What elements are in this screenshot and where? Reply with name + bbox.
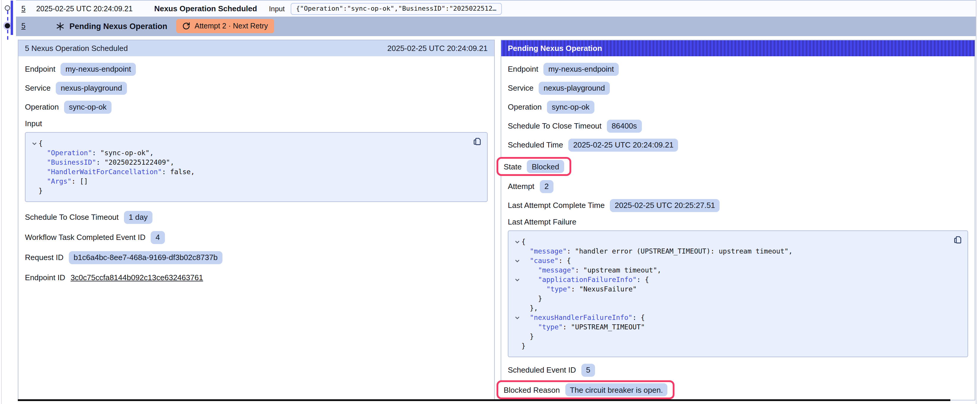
field-attempt: Attempt 2 — [508, 179, 968, 193]
bottom-divider-line — [18, 399, 950, 401]
field-label: Request ID — [25, 253, 64, 262]
state-value-badge: Blocked — [527, 160, 564, 173]
failure-json-viewer: { "message": "handler error (UPSTREAM_TI… — [508, 230, 968, 357]
last-attempt-failure-label: Last Attempt Failure — [508, 217, 968, 226]
code-line: "message": "upstream timeout", — [513, 265, 959, 275]
selected-event-indicator-bar — [10, 1, 13, 35]
pending-panel-title: Pending Nexus Operation — [508, 44, 602, 53]
retry-status-badge: Attempt 2 · Next Retry — [176, 19, 274, 33]
code-line: "message": "handler error (UPSTREAM_TIME… — [513, 246, 959, 256]
field-scheduled-time: Scheduled Time 2025-02-25 UTC 20:24:09.2… — [508, 138, 968, 152]
event-id-link[interactable]: 5 — [21, 5, 25, 13]
field-value-badge: nexus-playground — [539, 81, 610, 95]
scheduled-panel-title: 5 Nexus Operation Scheduled — [25, 44, 128, 53]
code-line: }, — [513, 303, 959, 313]
input-preview-chip[interactable]: {"Operation":"sync-op-ok","BusinessID":"… — [291, 3, 502, 14]
collapse-chevron-icon[interactable] — [513, 275, 522, 284]
event-title: Nexus Operation Scheduled — [154, 4, 257, 13]
code-line: } — [513, 341, 959, 351]
field-value-badge: 86400s — [607, 119, 641, 132]
field-value-badge: 5 — [581, 363, 595, 377]
field-label: Endpoint — [25, 65, 56, 73]
blocked-reason-highlight-box: Blocked Reason The circuit breaker is op… — [496, 380, 675, 399]
field-label: Attempt — [508, 182, 535, 191]
code-line: } — [30, 186, 479, 195]
field-schedule-to-close-timeout: Schedule To Close Timeout 1 day — [25, 210, 488, 224]
field-label: Scheduled Event ID — [508, 366, 576, 374]
code-line: "cause": { — [513, 256, 959, 265]
right-edge-divider — [976, 0, 977, 404]
input-json-viewer: { "Operation": "sync-op-ok", "BusinessID… — [25, 132, 488, 202]
timeline-event-dot-icon[interactable] — [5, 5, 10, 10]
field-service: Service nexus-playground — [508, 81, 968, 95]
scheduled-panel-timestamp: 2025-02-25 UTC 20:24:09.21 — [387, 44, 488, 53]
field-operation: Operation sync-op-ok — [25, 100, 488, 114]
field-last-attempt-complete-time: Last Attempt Complete Time 2025-02-25 UT… — [508, 198, 968, 212]
field-endpoint-id: Endpoint ID 3c0c75ccfa8144b092c13ce63246… — [25, 271, 488, 284]
collapse-chevron-icon[interactable] — [513, 237, 522, 246]
workflow-event-detail-page: 5 2025-02-25 UTC 20:24:09.21 Nexus Opera… — [0, 0, 980, 404]
event-id-link[interactable]: 5 — [21, 22, 25, 30]
field-service: Service nexus-playground — [25, 81, 488, 95]
field-value-badge: 1 day — [124, 211, 153, 223]
field-endpoint: Endpoint my-nexus-endpoint — [508, 62, 968, 76]
code-line: { — [513, 237, 959, 246]
pending-event-title: Pending Nexus Operation — [69, 22, 167, 31]
field-label: Service — [508, 84, 534, 92]
input-label: Input — [269, 5, 285, 13]
collapse-chevron-icon[interactable] — [513, 256, 522, 265]
field-label: State — [504, 162, 522, 171]
field-label: Operation — [508, 103, 542, 111]
field-schedule-to-close-timeout: Schedule To Close Timeout 86400s — [508, 119, 968, 133]
field-value-badge: 2025-02-25 UTC 20:25:27.51 — [610, 199, 720, 212]
code-line: } — [513, 332, 959, 341]
field-value-badge: 2025-02-25 UTC 20:24:09.21 — [568, 138, 678, 151]
code-line: "Operation": "sync-op-ok", — [30, 148, 479, 158]
collapse-chevron-icon[interactable] — [513, 313, 522, 322]
field-value-badge: nexus-playground — [56, 81, 127, 95]
field-value-badge: 2 — [540, 180, 554, 193]
field-value-badge: 4 — [151, 231, 165, 244]
code-line: "applicationFailureInfo": { — [513, 275, 959, 284]
collapse-chevron-icon[interactable] — [30, 139, 38, 148]
copy-icon[interactable] — [954, 236, 962, 246]
field-value-badge: my-nexus-endpoint — [544, 62, 619, 76]
left-rail-divider — [1, 0, 2, 404]
timeline-selected-dot-icon[interactable] — [5, 23, 10, 29]
code-line: "type": "NexusFailure" — [513, 284, 959, 294]
field-label: Endpoint ID — [25, 273, 65, 282]
scheduled-event-panel: 5 Nexus Operation Scheduled 2025-02-25 U… — [18, 40, 495, 401]
field-value-badge: b1c6a4bc-8ee7-468a-9169-df3b02c8737b — [69, 251, 223, 264]
field-label: Schedule To Close Timeout — [25, 213, 119, 222]
code-line: "type": "UPSTREAM_TIMEOUT" — [513, 322, 959, 332]
pending-operation-panel: Pending Nexus Operation Endpoint my-nexu… — [501, 40, 975, 401]
retry-icon — [182, 22, 191, 30]
scheduled-panel-header: 5 Nexus Operation Scheduled 2025-02-25 U… — [18, 40, 494, 56]
field-label: Last Attempt Complete Time — [508, 201, 605, 210]
code-line: } — [513, 294, 959, 303]
code-line: "nexusHandlerFailureInfo": { — [513, 313, 959, 322]
field-workflow-task-completed-event-id: Workflow Task Completed Event ID 4 — [25, 230, 488, 244]
field-label: Blocked Reason — [504, 385, 560, 394]
copy-icon[interactable] — [473, 138, 481, 148]
field-endpoint: Endpoint my-nexus-endpoint — [25, 62, 488, 76]
pending-panel-header: Pending Nexus Operation — [501, 40, 975, 56]
state-highlight-box: State Blocked — [496, 157, 571, 176]
field-label: Schedule To Close Timeout — [508, 122, 601, 130]
field-label: Scheduled Time — [508, 140, 563, 149]
field-operation: Operation sync-op-ok — [508, 100, 968, 114]
field-request-id: Request ID b1c6a4bc-8ee7-468a-9169-df3b0… — [25, 250, 488, 264]
pending-asterisk-icon — [56, 22, 65, 31]
code-line: "BusinessID": "20250225122409", — [30, 158, 479, 167]
field-label: Workflow Task Completed Event ID — [25, 233, 146, 242]
event-row-pending-selected[interactable]: 5 Pending Nexus Operation Attempt 2 · Ne… — [16, 17, 976, 36]
event-timestamp: 2025-02-25 UTC 20:24:09.21 — [36, 5, 146, 13]
input-section-label: Input — [25, 119, 488, 128]
field-label: Endpoint — [508, 65, 538, 73]
event-row-scheduled[interactable]: 5 2025-02-25 UTC 20:24:09.21 Nexus Opera… — [16, 0, 976, 17]
field-scheduled-event-id: Scheduled Event ID 5 — [508, 363, 968, 377]
field-label: Operation — [25, 103, 59, 111]
field-value-badge: sync-op-ok — [64, 100, 111, 113]
endpoint-id-link[interactable]: 3c0c75ccfa8144b092c13ce632463761 — [71, 273, 203, 282]
code-line: "HandlerWaitForCancellation": false, — [30, 167, 479, 176]
